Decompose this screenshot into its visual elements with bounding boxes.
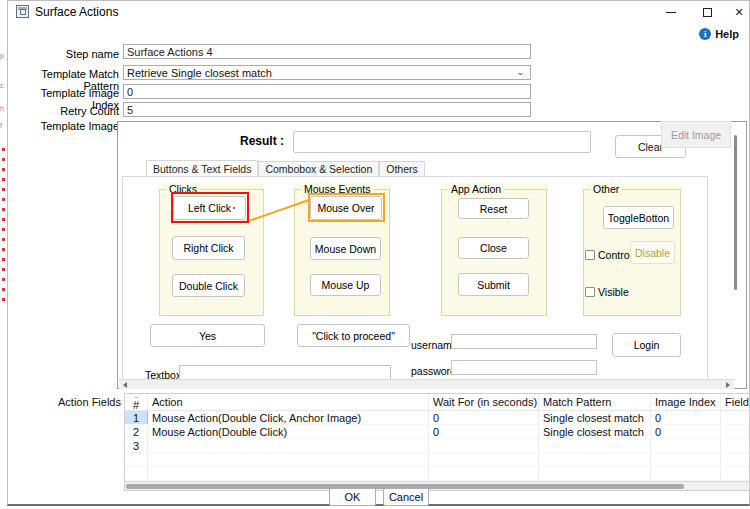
action-fields-header: ˆ # Action Wait For (in seconds) Match P… (125, 394, 749, 411)
edit-image-button[interactable]: Edit Image (661, 121, 731, 148)
window-title: Surface Actions (35, 5, 118, 19)
tab-combobox-selection[interactable]: Combobox & Selection (258, 161, 379, 176)
image-index-cell: 0 (651, 411, 721, 424)
scroll-right-icon[interactable] (726, 382, 730, 388)
image-index-cell (651, 439, 721, 452)
login-label: Login (634, 339, 660, 351)
other-group-title: Other (590, 183, 622, 195)
yes-button[interactable]: Yes (150, 324, 265, 347)
result-field[interactable] (293, 131, 591, 153)
visible-checkbox[interactable] (585, 287, 595, 297)
window-icon (16, 5, 29, 18)
action-cell (148, 439, 429, 452)
cancel-button[interactable]: Cancel (383, 488, 429, 506)
tab-others[interactable]: Others (379, 161, 425, 176)
reset-label: Reset (480, 203, 507, 215)
match-pattern-cell (539, 453, 651, 466)
disable-button[interactable]: Disable (630, 241, 675, 264)
submit-button[interactable]: Submit (458, 273, 529, 296)
template-match-pattern-select[interactable]: Retrieve Single closest match ⌄ (123, 65, 531, 80)
retry-count-label: Retry Count (16, 105, 119, 117)
preview-vertical-scrollbar[interactable] (734, 135, 737, 290)
control-checkbox-label: Control (598, 249, 632, 261)
mouse-down-button[interactable]: Mouse Down (310, 237, 381, 260)
password-label: password (411, 365, 456, 377)
field-info-cell (721, 411, 749, 424)
minimize-button[interactable] (656, 1, 686, 23)
column-header-field-info[interactable]: Field Info (721, 394, 749, 410)
table-horizontal-scrollbar[interactable] (125, 481, 749, 490)
background-window-sliver: p c h f (0, 0, 7, 509)
column-header-num[interactable]: ˆ # (125, 394, 148, 410)
click-to-proceed-button[interactable]: "Click to proceed" (297, 324, 410, 347)
help-link[interactable]: i Help (699, 28, 739, 40)
action-cell: Mouse Action(Double Click) (148, 425, 429, 438)
row-number-cell[interactable]: 2 (125, 425, 148, 438)
table-row[interactable]: 1 Mouse Action(Double Click, Anchor Imag… (125, 411, 749, 425)
template-match-pattern-value: Retrieve Single closest match (127, 67, 272, 79)
visible-checkbox-label: Visible (598, 286, 629, 298)
field-info-cell (721, 439, 749, 452)
tab-buttons-text-fields[interactable]: Buttons & Text Fields (146, 160, 258, 176)
preview-horizontal-scrollbar[interactable] (119, 379, 734, 389)
step-name-label: Step name (16, 48, 119, 60)
username-field[interactable] (451, 334, 597, 349)
app-action-group-title: App Action (448, 183, 504, 195)
submit-label: Submit (477, 279, 510, 291)
toggle-button-label: ToggleBotton (608, 212, 669, 224)
scroll-left-icon[interactable] (123, 382, 127, 388)
column-header-image-index[interactable]: Image Index (651, 394, 721, 410)
click-to-proceed-label: "Click to proceed" (312, 330, 395, 342)
table-row-empty (125, 467, 749, 481)
double-click-button[interactable]: Double Click (172, 274, 245, 297)
maximize-icon (703, 8, 712, 17)
surface-actions-dialog: Surface Actions ✕ i Help Step name Templ… (7, 0, 750, 506)
row-number-cell (125, 453, 148, 466)
row-number-cell[interactable]: 3 (125, 439, 148, 452)
step-name-input[interactable] (123, 44, 531, 59)
control-checkbox[interactable] (585, 250, 595, 260)
password-field[interactable] (451, 360, 597, 375)
background-bullet-dots (2, 148, 5, 308)
wait-for-cell (429, 439, 539, 452)
column-header-wait-for[interactable]: Wait For (in seconds) (429, 394, 539, 410)
image-index-cell (651, 453, 721, 466)
column-header-num-label: # (133, 402, 139, 408)
preview-tab-strip: Buttons & Text Fields Combobox & Selecti… (146, 162, 425, 176)
template-image-index-input[interactable] (123, 84, 531, 99)
row-number-cell (125, 467, 148, 480)
disable-button-label: Disable (635, 247, 670, 259)
reset-button[interactable]: Reset (458, 198, 529, 219)
close-button[interactable]: ✕ (724, 1, 750, 23)
orange-highlight-rect (308, 193, 385, 222)
column-header-action[interactable]: Action (148, 394, 429, 410)
background-text-fragment: c (0, 82, 4, 89)
table-row[interactable]: 2 Mouse Action(Double Click) 0 Single cl… (125, 425, 749, 439)
wait-for-cell: 0 (429, 425, 539, 438)
ok-button[interactable]: OK (329, 488, 376, 506)
template-image-preview[interactable]: Result : Clear Edit Image Buttons & Text… (117, 121, 747, 389)
right-click-button[interactable]: Right Click (172, 236, 245, 260)
wait-for-cell (429, 453, 539, 466)
toggle-button[interactable]: ToggleBotton (603, 206, 674, 229)
login-button[interactable]: Login (612, 333, 681, 357)
textbox-field[interactable] (179, 365, 391, 380)
double-click-label: Double Click (179, 280, 238, 292)
match-pattern-cell (539, 439, 651, 452)
retry-count-input[interactable] (123, 102, 531, 117)
table-row-empty (125, 453, 749, 467)
match-pattern-cell: Single closest match (539, 425, 651, 438)
match-pattern-cell: Single closest match (539, 411, 651, 424)
close-app-button[interactable]: Close (458, 237, 529, 259)
red-highlight-rect (171, 192, 249, 223)
maximize-button[interactable] (692, 1, 722, 23)
close-icon: ✕ (734, 7, 743, 18)
column-header-match-pattern[interactable]: Match Pattern (539, 394, 651, 410)
mouse-up-button[interactable]: Mouse Up (310, 274, 381, 296)
row-number-cell[interactable]: 1 (125, 411, 148, 424)
field-info-cell (721, 467, 749, 480)
info-icon: i (699, 28, 711, 40)
table-row[interactable]: 3 (125, 439, 749, 453)
action-cell: Mouse Action(Double Click, Anchor Image) (148, 411, 429, 424)
action-cell (148, 453, 429, 466)
